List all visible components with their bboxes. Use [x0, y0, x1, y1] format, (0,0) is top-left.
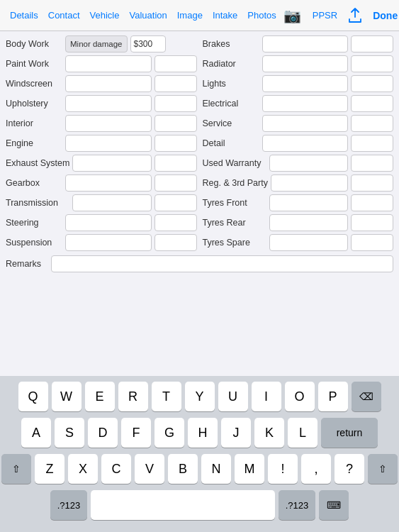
- key-z[interactable]: Z: [35, 454, 64, 484]
- field-lights-2[interactable]: [351, 75, 393, 92]
- field-engine-1[interactable]: [65, 135, 152, 152]
- key-h[interactable]: H: [188, 418, 218, 448]
- field-lights-1[interactable]: [262, 75, 349, 92]
- field-steering-2[interactable]: [154, 214, 197, 231]
- field-electrical-1[interactable]: [262, 95, 349, 112]
- key-g[interactable]: G: [154, 418, 184, 448]
- field-steering-1[interactable]: [65, 214, 152, 231]
- field-service-2[interactable]: [351, 115, 393, 132]
- share-icon[interactable]: [349, 8, 361, 23]
- key-n[interactable]: N: [201, 454, 231, 484]
- field-engine-2[interactable]: [154, 135, 197, 152]
- form-row-tyres-front: Tyres Front: [203, 194, 394, 211]
- key-c[interactable]: C: [101, 454, 131, 484]
- key-q[interactable]: Q: [18, 382, 48, 411]
- field-upholstery-1[interactable]: [65, 95, 152, 112]
- key-p[interactable]: P: [318, 382, 348, 411]
- backspace-key[interactable]: ⌫: [352, 382, 381, 411]
- field-detail-2[interactable]: [351, 135, 393, 152]
- label-suspension: Suspension: [6, 238, 62, 248]
- shift-left-key[interactable]: ⇧: [1, 454, 31, 484]
- key-comma[interactable]: ,: [301, 454, 331, 484]
- key-v[interactable]: V: [135, 454, 164, 484]
- nav-intake[interactable]: Intake: [208, 7, 242, 23]
- field-paintwork-2[interactable]: [154, 55, 197, 72]
- nav-image[interactable]: Image: [173, 7, 207, 23]
- field-tyres-rear-2[interactable]: [351, 214, 393, 231]
- field-detail-1[interactable]: [262, 135, 349, 152]
- field-tyres-spare-1[interactable]: [269, 234, 349, 251]
- symbol-left-key[interactable]: .?123: [50, 490, 87, 520]
- tag-bodywork[interactable]: Minor damage: [65, 35, 128, 52]
- keyboard-row-1: Q W E R T Y U I O P ⌫: [3, 382, 396, 411]
- field-suspension-1[interactable]: [65, 234, 152, 251]
- nav-details[interactable]: Details: [6, 7, 43, 23]
- field-radiator-2[interactable]: [351, 55, 393, 72]
- nav-photos[interactable]: Photos: [243, 7, 280, 23]
- nav-valuation[interactable]: Valuation: [125, 7, 171, 23]
- key-u[interactable]: U: [218, 382, 248, 411]
- key-question[interactable]: ?: [335, 454, 364, 484]
- field-tyres-rear-1[interactable]: [269, 214, 349, 231]
- field-exhaust-2[interactable]: [154, 155, 197, 172]
- key-o[interactable]: O: [285, 382, 315, 411]
- field-tyres-front-1[interactable]: [269, 194, 349, 211]
- field-radiator-1[interactable]: [262, 55, 349, 72]
- key-a[interactable]: A: [21, 418, 51, 448]
- key-d[interactable]: D: [88, 418, 118, 448]
- key-r[interactable]: R: [118, 382, 148, 411]
- field-exhaust-1[interactable]: [72, 155, 151, 172]
- field-transmission-2[interactable]: [154, 194, 197, 211]
- key-x[interactable]: X: [68, 454, 98, 484]
- field-transmission-1[interactable]: [72, 194, 152, 211]
- keyboard-icon-key[interactable]: ⌨: [319, 490, 349, 520]
- label-windscreen: Windscreen: [6, 79, 62, 89]
- field-reg3rd-1[interactable]: [271, 174, 348, 192]
- symbol-right-key[interactable]: .?123: [279, 490, 315, 520]
- key-k[interactable]: K: [254, 418, 284, 448]
- key-s[interactable]: S: [55, 418, 84, 448]
- shift-right-key[interactable]: ⇧: [368, 454, 398, 484]
- field-reg3rd-2[interactable]: [351, 174, 393, 192]
- key-l[interactable]: L: [288, 418, 317, 448]
- field-windscreen-1[interactable]: [65, 75, 152, 92]
- camera-icon[interactable]: 📷: [283, 7, 301, 24]
- nav-ppsr[interactable]: PPSR: [308, 7, 342, 23]
- field-used-warranty-1[interactable]: [269, 155, 349, 172]
- field-windscreen-2[interactable]: [154, 75, 197, 92]
- key-f[interactable]: F: [121, 418, 151, 448]
- key-m[interactable]: M: [235, 454, 264, 484]
- field-paintwork-1[interactable]: [65, 55, 152, 72]
- done-button[interactable]: Done: [369, 7, 399, 24]
- field-brakes-1[interactable]: [262, 35, 349, 52]
- field-upholstery-2[interactable]: [154, 95, 197, 112]
- field-interior-2[interactable]: [154, 115, 197, 132]
- field-suspension-2[interactable]: [154, 234, 197, 251]
- space-key[interactable]: [91, 490, 275, 520]
- form-row-transmission: Transmission: [6, 194, 197, 211]
- key-y[interactable]: Y: [185, 382, 215, 411]
- field-gearbox-1[interactable]: [65, 174, 152, 192]
- nav-vehicle[interactable]: Vehicle: [86, 7, 124, 23]
- field-service-1[interactable]: [262, 115, 349, 132]
- key-j[interactable]: J: [221, 418, 251, 448]
- key-b[interactable]: B: [168, 454, 198, 484]
- field-gearbox-2[interactable]: [154, 174, 197, 192]
- field-remarks[interactable]: [51, 255, 393, 272]
- key-e[interactable]: E: [85, 382, 115, 411]
- dollar-bodywork[interactable]: $300: [130, 35, 166, 52]
- key-exclaim[interactable]: !: [268, 454, 298, 484]
- field-tyres-spare-2[interactable]: [351, 234, 393, 251]
- field-used-warranty-2[interactable]: [351, 155, 393, 172]
- form-row-tyres-spare: Tyres Spare: [203, 234, 394, 251]
- field-brakes-2[interactable]: [351, 35, 393, 52]
- nav-contact[interactable]: Contact: [44, 7, 84, 23]
- return-key[interactable]: return: [321, 418, 378, 448]
- field-interior-1[interactable]: [65, 115, 152, 132]
- key-i[interactable]: I: [252, 382, 281, 411]
- field-electrical-2[interactable]: [351, 95, 393, 112]
- label-remarks: Remarks: [6, 259, 48, 269]
- key-t[interactable]: T: [152, 382, 181, 411]
- field-tyres-front-2[interactable]: [351, 194, 393, 211]
- key-w[interactable]: W: [52, 382, 82, 411]
